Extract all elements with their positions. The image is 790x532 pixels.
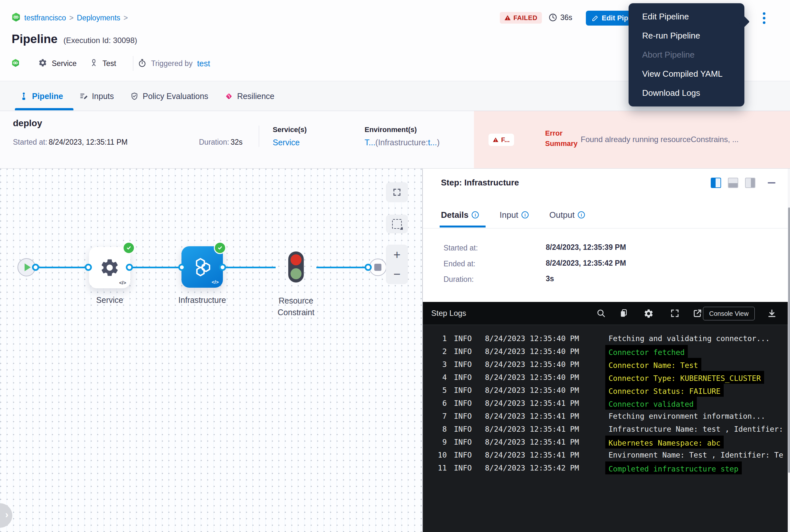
breadcrumb: testfrancisco > Deployments > [12,12,131,23]
more-options-kebab-menu[interactable] [758,9,770,27]
environment-link[interactable]: T... [365,138,375,147]
fullscreen-icon [392,188,402,197]
search-icon[interactable] [596,308,606,319]
graph-edge [129,267,182,268]
tab-input[interactable]: Inputi [500,210,528,220]
log-time: 8/24/2023 12:35:41 PM [485,436,609,449]
log-row: 6 INFO 8/24/2023 12:35:41 PM Connector v… [423,397,788,410]
graph-connector [219,264,226,271]
trigger-type-icon [90,59,98,68]
warning-triangle-icon [493,137,499,143]
active-tab-underline [15,108,73,110]
info-icon[interactable]: i [521,211,528,218]
active-tab-underline [440,226,486,228]
log-line-number: 9 [423,436,447,449]
log-row: 1 INFO 8/24/2023 12:35:40 PM Fetching an… [423,332,788,345]
log-level: INFO [454,332,479,345]
node-infrastructure[interactable]: </> [181,246,223,288]
node-resource-constraint[interactable] [288,251,304,283]
layout-split-view-button[interactable] [711,178,721,188]
gear-icon[interactable] [643,308,654,319]
meta-divider [133,56,133,71]
graph-connector [126,264,133,271]
menu-item-view-compiled-yaml[interactable]: View Compiled YAML [629,64,745,83]
log-time: 8/24/2023 12:35:40 PM [485,384,609,397]
tab-pipeline[interactable]: Pipeline [19,92,63,101]
graph-connector [32,264,39,271]
inputs-icon [79,92,88,101]
info-icon[interactable]: i [472,211,479,218]
menu-item-edit-pipeline[interactable]: Edit Pipeline [629,7,745,26]
service-link[interactable]: Service [273,138,300,147]
graph-end-node [369,259,387,276]
breadcrumb-deployments-link[interactable]: Deployments [77,14,120,22]
console-title: Step Logs [431,309,466,318]
tab-details[interactable]: Detailsi [441,210,479,220]
elapsed-time: 36s [548,13,572,22]
log-row: 11 INFO 8/24/2023 12:35:42 PM Completed … [423,461,788,474]
triggered-by-label: Triggered by [151,59,192,68]
menu-item-rerun-pipeline[interactable]: Re-run Pipeline [629,26,745,45]
services-label: Service(s) [273,126,307,134]
log-message: Environment Name: Test , Identifier: Te [609,449,783,461]
panel-scrollbar[interactable] [788,169,790,532]
detail-started-label: Started at: [444,244,478,252]
execution-id: (Execution Id: 30098) [63,36,137,45]
log-message: Connector Name: Test [605,358,701,371]
graph-edge [223,267,276,268]
menu-item-download-logs[interactable]: Download Logs [629,83,745,102]
harness-logo-icon [12,12,20,23]
marquee-icon [392,219,402,229]
log-message: Fetching and validating connector... [609,332,770,345]
expand-icon[interactable] [670,308,680,319]
stage-name: deploy [13,118,42,129]
panel-divider [423,228,790,228]
triggered-by-user-link[interactable]: test [197,59,210,68]
marquee-select-button[interactable] [386,214,408,233]
error-summary-message: Found already running resourceConstrains… [581,135,738,144]
breadcrumb-account-link[interactable]: testfrancisco [24,14,66,22]
environment-infra-link[interactable]: t... [428,138,437,147]
copy-icon[interactable] [619,308,629,319]
log-line-number: 5 [423,384,447,397]
tab-output[interactable]: Outputi [549,210,585,220]
graph-connector [178,264,185,271]
log-line-number: 3 [423,358,447,371]
tab-resilience[interactable]: Resilience [225,92,274,101]
tab-policy-evaluations[interactable]: Policy Evaluations [130,92,208,101]
clock-icon [548,13,557,22]
zoom-out-button[interactable]: − [393,268,401,280]
stage-duration-label: Duration: [199,138,229,146]
open-in-new-icon[interactable] [693,308,703,319]
log-line-number: 7 [423,410,447,423]
log-line-number: 2 [423,345,447,358]
error-summary-label: Error Summary [545,128,581,149]
minimize-panel-button[interactable] [768,182,775,184]
log-time: 8/24/2023 12:35:40 PM [485,358,609,371]
menu-item-abort-pipeline: Abort Pipeline [629,45,745,64]
layout-right-view-button[interactable] [745,178,755,188]
log-line-number: 11 [423,461,447,474]
graph-edge [316,267,369,268]
log-message: Infrastructure Name: test , Identifier: [609,423,783,436]
detail-ended-value: 8/24/2023, 12:35:42 PM [546,259,626,268]
fullscreen-button[interactable] [386,182,408,202]
left-panel-collapse-handle[interactable]: › [0,503,12,528]
layout-bottom-view-button[interactable] [728,178,738,188]
info-icon[interactable]: i [578,211,585,218]
log-message: Completed infrastructure step [605,461,742,474]
node-service[interactable]: </> [89,247,130,288]
scrollbar-thumb[interactable] [788,207,790,473]
pipeline-graph-canvas: </> Service </> Infrastructure Resource … [0,169,423,532]
zoom-in-button[interactable]: + [393,248,401,261]
log-message: Connector Status: FAILURE [605,384,724,397]
download-icon[interactable] [767,308,777,319]
stage-summary-bar: deploy Started at: 8/24/2023, 12:35:11 P… [0,111,790,169]
code-icon: </> [119,280,126,285]
log-level: INFO [454,371,479,384]
gear-icon [38,58,47,69]
log-row: 4 INFO 8/24/2023 12:35:40 PM Connector T… [423,371,788,384]
app-root: testfrancisco > Deployments > Pipeline (… [0,0,790,532]
tab-inputs[interactable]: Inputs [79,92,114,101]
console-view-button[interactable]: Console View [703,307,755,320]
